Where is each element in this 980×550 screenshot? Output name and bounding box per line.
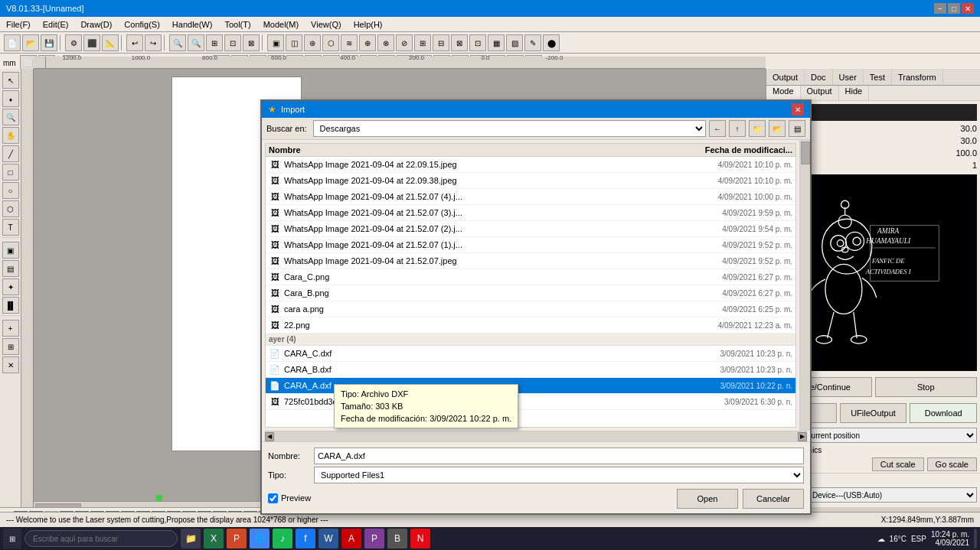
open-btn[interactable]: 📂 bbox=[22, 34, 39, 51]
preview-checkbox[interactable] bbox=[268, 493, 278, 503]
taskbar-app9[interactable]: B bbox=[387, 529, 407, 548]
file-row-11[interactable]: 🖼 22.png 4/09/2021 12:23 a. m. bbox=[266, 317, 795, 334]
panel-tab-transform[interactable]: Transform bbox=[892, 69, 943, 85]
tb5[interactable]: ◫ bbox=[286, 34, 302, 51]
go-scale-btn[interactable]: Go scale bbox=[927, 457, 977, 471]
start-button[interactable]: ⊞ bbox=[3, 529, 21, 548]
tb3[interactable]: 📐 bbox=[102, 34, 119, 51]
tipo-combo[interactable]: Supported Files1 bbox=[314, 467, 804, 483]
zoom-tool[interactable]: 🔍 bbox=[2, 109, 19, 125]
menu-tool[interactable]: Tool(T) bbox=[218, 18, 256, 31]
menu-file[interactable]: File(F) bbox=[0, 18, 37, 31]
tb12[interactable]: ⊞ bbox=[414, 34, 431, 51]
file-row-5[interactable]: 🖼 WhatsApp Image 2021-09-04 at 21.52.07 … bbox=[266, 221, 795, 237]
taskbar-powerpoint[interactable]: P bbox=[227, 529, 247, 548]
tb18[interactable]: ✎ bbox=[524, 34, 541, 51]
zoom-fit-btn[interactable]: ⊡ bbox=[224, 34, 241, 51]
plus-tool[interactable]: + bbox=[2, 320, 19, 337]
tb19[interactable]: ⬤ bbox=[543, 34, 560, 51]
save-btn[interactable]: 💾 bbox=[41, 34, 57, 51]
rect-tool[interactable]: □ bbox=[2, 164, 19, 181]
menu-edit[interactable]: Edit(E) bbox=[37, 18, 75, 31]
text-tool[interactable]: T bbox=[2, 219, 19, 236]
tb10[interactable]: ⊗ bbox=[377, 34, 394, 51]
mark-tool[interactable]: ✦ bbox=[2, 278, 19, 295]
line-tool[interactable]: ╱ bbox=[2, 145, 19, 162]
file-row-10[interactable]: 🖼 cara a.png 4/09/2021 6:25 p. m. bbox=[266, 301, 795, 317]
tb15[interactable]: ⊡ bbox=[469, 34, 486, 51]
file-row-8[interactable]: 🖼 Cara_C.png 4/09/2021 6:27 p. m. bbox=[266, 269, 795, 285]
tb9[interactable]: ⊕ bbox=[359, 34, 376, 51]
file-row-g1[interactable]: 📄 CARA_C.dxf 3/09/2021 10:23 p. n. bbox=[266, 346, 795, 362]
file-row-2[interactable]: 🖼 WhatsApp Image 2021-09-04 at 22.09.38.… bbox=[266, 173, 795, 189]
sub-tab-hide[interactable]: Hide bbox=[839, 86, 870, 100]
file-list-scrollbar[interactable] bbox=[799, 140, 810, 431]
tb17[interactable]: ▧ bbox=[506, 34, 523, 51]
file-row-1[interactable]: 🖼 WhatsApp Image 2021-09-04 at 22.09.15.… bbox=[266, 157, 795, 173]
grid-tool[interactable]: ⊞ bbox=[2, 338, 19, 355]
taskbar-ppoint2[interactable]: P bbox=[364, 529, 384, 548]
nav-new-folder-btn[interactable]: 📂 bbox=[769, 120, 786, 137]
fill-tool[interactable]: ▣ bbox=[2, 242, 19, 259]
cancel-btn[interactable]: Cancelar bbox=[743, 489, 804, 509]
menu-help[interactable]: Help(H) bbox=[348, 18, 389, 31]
zoom-reset-btn[interactable]: ⊞ bbox=[206, 34, 223, 51]
tb16[interactable]: ▦ bbox=[488, 34, 505, 51]
tb11[interactable]: ⊘ bbox=[396, 34, 413, 51]
panel-tab-output[interactable]: Output bbox=[766, 69, 805, 85]
circle-tool[interactable]: ○ bbox=[2, 182, 19, 199]
stop-btn[interactable]: Stop bbox=[875, 377, 978, 397]
panel-tab-test[interactable]: Test bbox=[864, 69, 892, 85]
taskbar-search[interactable] bbox=[24, 530, 178, 547]
taskbar-spotify[interactable]: ♪ bbox=[273, 529, 292, 548]
select-tool[interactable]: ↖ bbox=[2, 72, 19, 89]
file-row-g2[interactable]: 📄 CARA_B.dxf 3/09/2021 10:23 p. n. bbox=[266, 362, 795, 378]
nav-up-btn[interactable]: ↑ bbox=[729, 120, 746, 137]
dialog-close-btn[interactable]: ✕ bbox=[792, 103, 804, 116]
taskbar-fb[interactable]: f bbox=[296, 529, 315, 548]
scroll-thumb[interactable] bbox=[801, 142, 810, 164]
scroll-left-btn[interactable]: ◀ bbox=[265, 432, 274, 441]
show-desktop-btn[interactable] bbox=[974, 529, 977, 548]
tb7[interactable]: ⬡ bbox=[322, 34, 339, 51]
panel-tab-user[interactable]: User bbox=[833, 69, 864, 85]
tb6[interactable]: ⊛ bbox=[304, 34, 321, 51]
undo-btn[interactable]: ↩ bbox=[126, 34, 143, 51]
download-btn[interactable]: Download bbox=[910, 403, 977, 423]
file-row-4[interactable]: 🖼 WhatsApp Image 2021-09-04 at 21.52.07 … bbox=[266, 205, 795, 221]
tb4[interactable]: ▣ bbox=[267, 34, 284, 51]
tb8[interactable]: ≋ bbox=[341, 34, 358, 51]
menu-handle[interactable]: Handle(W) bbox=[166, 18, 219, 31]
sub-tab-mode[interactable]: Mode bbox=[766, 86, 801, 100]
taskbar-excel[interactable]: X bbox=[204, 529, 224, 548]
taskbar-chrome[interactable]: 🌐 bbox=[250, 529, 270, 548]
scroll-right-btn[interactable]: ▶ bbox=[798, 432, 807, 441]
menu-draw[interactable]: Draw(D) bbox=[74, 18, 118, 31]
taskbar-pdf[interactable]: A bbox=[341, 529, 361, 548]
tb14[interactable]: ⊠ bbox=[451, 34, 468, 51]
redo-btn[interactable]: ↪ bbox=[145, 34, 162, 51]
close-button[interactable]: ✕ bbox=[962, 3, 974, 14]
taskbar-word[interactable]: W bbox=[318, 529, 338, 548]
hatch-tool[interactable]: ▤ bbox=[2, 260, 19, 277]
device-combo[interactable]: Device---(USB:Auto) bbox=[807, 487, 977, 503]
taskbar-netflix[interactable]: N bbox=[410, 529, 430, 548]
ufileoutput-btn[interactable]: UFileOutput bbox=[840, 403, 907, 423]
file-row-3[interactable]: 🖼 WhatsApp Image 2021-09-04 at 21.52.07 … bbox=[266, 189, 795, 205]
file-row-9[interactable]: 🖼 Cara_B.png 4/09/2021 6:27 p. m. bbox=[266, 285, 795, 301]
nav-back-btn[interactable]: ← bbox=[709, 120, 726, 137]
zoom-in-btn[interactable]: 🔍 bbox=[169, 34, 186, 51]
barcode-tool[interactable]: ▐▌ bbox=[2, 297, 19, 314]
menu-model[interactable]: Model(M) bbox=[257, 18, 305, 31]
open-btn[interactable]: Open bbox=[677, 489, 738, 509]
taskbar-file-explorer[interactable]: 📁 bbox=[181, 529, 201, 548]
dialog-h-scrollbar[interactable]: ◀ ▶ bbox=[265, 431, 807, 441]
nombre-input[interactable] bbox=[314, 447, 804, 464]
position-select[interactable]: Current position bbox=[802, 428, 977, 443]
file-row-7[interactable]: 🖼 WhatsApp Image 2021-09-04 at 21.52.07.… bbox=[266, 253, 795, 269]
pan-tool[interactable]: ✋ bbox=[2, 127, 19, 144]
sub-tab-output[interactable]: Output bbox=[801, 86, 839, 100]
cut-scale-btn[interactable]: Cut scale bbox=[872, 457, 924, 471]
file-row-6[interactable]: 🖼 WhatsApp Image 2021-09-04 at 21.52.07 … bbox=[266, 237, 795, 253]
measure-tool[interactable]: ✕ bbox=[2, 356, 19, 373]
